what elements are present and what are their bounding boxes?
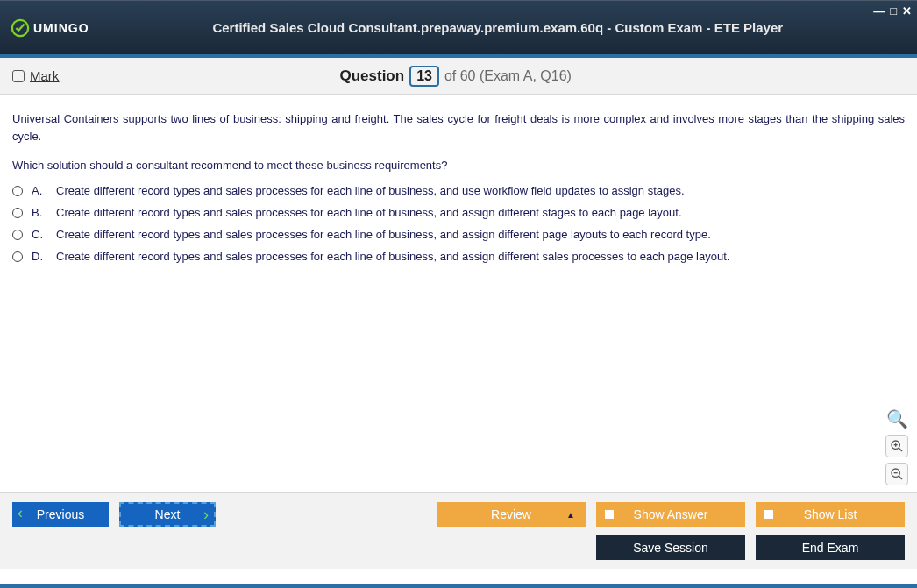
option-d[interactable]: D. Create different record types and sal… xyxy=(12,250,905,263)
option-text: Create different record types and sales … xyxy=(56,228,711,241)
option-c[interactable]: C. Create different record types and sal… xyxy=(12,228,905,241)
radio-icon[interactable] xyxy=(12,251,23,262)
maximize-icon[interactable]: □ xyxy=(890,4,897,18)
zoom-controls: 🔍 xyxy=(885,408,908,485)
option-b[interactable]: B. Create different record types and sal… xyxy=(12,206,905,219)
search-icon[interactable]: 🔍 xyxy=(886,408,908,429)
options-list: A. Create different record types and sal… xyxy=(12,184,905,263)
end-exam-button[interactable]: End Exam xyxy=(756,535,905,560)
mark-checkbox[interactable] xyxy=(12,70,25,82)
question-stem: Universal Containers supports two lines … xyxy=(12,110,905,145)
question-header: Mark Question 13 of 60 (Exam A, Q16) xyxy=(0,58,917,95)
question-number: 13 xyxy=(409,66,439,87)
option-a[interactable]: A. Create different record types and sal… xyxy=(12,184,905,197)
option-letter: A. xyxy=(32,184,47,197)
show-answer-button[interactable]: Show Answer xyxy=(596,502,745,527)
option-text: Create different record types and sales … xyxy=(56,206,682,219)
radio-icon[interactable] xyxy=(12,230,23,240)
radio-icon[interactable] xyxy=(12,186,23,196)
close-icon[interactable]: ✕ xyxy=(902,4,912,18)
zoom-out-icon[interactable] xyxy=(885,463,908,485)
option-text: Create different record types and sales … xyxy=(56,184,685,197)
option-letter: B. xyxy=(32,206,47,219)
window-title: Certified Sales Cloud Consultant.prepawa… xyxy=(89,20,906,35)
option-text: Create different record types and sales … xyxy=(56,250,729,263)
logo-check-icon xyxy=(11,18,30,38)
svg-line-2 xyxy=(899,448,902,451)
previous-button[interactable]: ‹Previous xyxy=(12,502,109,527)
footer: ‹Previous Next› Review▲ Show Answer Show… xyxy=(0,492,917,569)
review-button[interactable]: Review▲ xyxy=(437,502,586,527)
mark-label[interactable]: Mark xyxy=(30,68,59,83)
titlebar: UMINGO Certified Sales Cloud Consultant.… xyxy=(0,0,917,54)
show-list-button[interactable]: Show List xyxy=(756,502,905,527)
logo-text: UMINGO xyxy=(33,21,89,35)
bottom-accent xyxy=(0,584,917,588)
zoom-in-icon[interactable] xyxy=(885,435,908,457)
window-controls: — □ ✕ xyxy=(873,4,912,18)
question-counter: Question 13 of 60 (Exam A, Q16) xyxy=(59,66,852,87)
question-content: Universal Containers supports two lines … xyxy=(0,95,917,492)
mark-area[interactable]: Mark xyxy=(12,68,59,83)
app-logo: UMINGO xyxy=(11,18,89,38)
save-session-button[interactable]: Save Session xyxy=(596,535,745,560)
option-letter: D. xyxy=(32,250,47,263)
question-total: of 60 (Exam A, Q16) xyxy=(444,68,572,84)
option-letter: C. xyxy=(32,228,47,241)
radio-icon[interactable] xyxy=(12,208,23,218)
svg-line-6 xyxy=(899,476,902,479)
next-button[interactable]: Next› xyxy=(119,502,216,527)
minimize-icon[interactable]: — xyxy=(873,4,885,18)
question-prompt: Which solution should a consultant recom… xyxy=(12,159,905,172)
question-word: Question xyxy=(339,67,404,85)
